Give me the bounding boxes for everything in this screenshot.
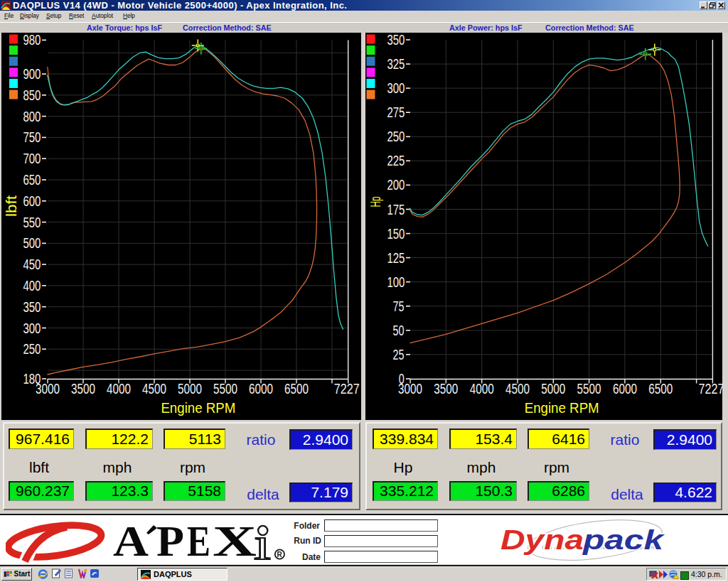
svg-text:X: X: [213, 519, 257, 564]
svg-text:R: R: [277, 551, 283, 559]
svg-text:A: A: [113, 519, 149, 564]
svg-text:Engine RPM: Engine RPM: [524, 399, 599, 416]
svg-text:900: 900: [23, 66, 41, 82]
svg-text:750: 750: [23, 129, 41, 145]
svg-text:700: 700: [23, 151, 41, 166]
svg-text:4000: 4000: [107, 381, 131, 397]
svg-text:650: 650: [23, 172, 41, 188]
svg-text:50: 50: [392, 323, 404, 338]
svg-text:Dyna: Dyna: [500, 524, 584, 555]
svg-text:350: 350: [387, 33, 405, 48]
svg-text:6500: 6500: [648, 381, 673, 397]
svg-text:500: 500: [23, 235, 41, 251]
svg-text:3500: 3500: [434, 381, 458, 397]
svg-text:5000: 5000: [178, 381, 202, 397]
svg-text:5000: 5000: [541, 381, 565, 397]
svg-text:5500: 5500: [577, 381, 601, 397]
svg-text:Engine RPM: Engine RPM: [161, 399, 235, 416]
svg-text:850: 850: [23, 87, 41, 103]
svg-text:Hp: Hp: [367, 197, 383, 208]
svg-text:100: 100: [387, 274, 405, 290]
svg-text:450: 450: [23, 257, 41, 272]
svg-text:75: 75: [392, 298, 404, 314]
svg-text:ı: ı: [254, 519, 271, 564]
svg-text:7227: 7227: [698, 381, 723, 397]
svg-text:lbft: lbft: [3, 195, 19, 217]
svg-text:325: 325: [387, 56, 405, 72]
svg-text:E: E: [187, 519, 210, 564]
svg-text:800: 800: [23, 109, 41, 124]
svg-text:P: P: [156, 519, 184, 564]
svg-text:300: 300: [387, 80, 405, 96]
svg-text:4500: 4500: [142, 381, 166, 397]
svg-text:300: 300: [23, 320, 41, 336]
svg-text:7227: 7227: [334, 381, 360, 397]
svg-text:6000: 6000: [249, 381, 273, 397]
svg-text:600: 600: [23, 193, 41, 209]
svg-text:6000: 6000: [612, 381, 636, 397]
svg-text:175: 175: [387, 202, 405, 217]
svg-text:3000: 3000: [398, 381, 422, 397]
svg-text:4000: 4000: [469, 381, 493, 397]
svg-text:200: 200: [387, 177, 405, 193]
svg-text:225: 225: [387, 153, 405, 168]
svg-text:980: 980: [23, 33, 41, 48]
svg-text:550: 550: [23, 215, 41, 230]
svg-text:250: 250: [23, 341, 41, 357]
svg-text:25: 25: [392, 347, 404, 362]
svg-text:125: 125: [387, 250, 405, 266]
svg-text:4500: 4500: [505, 381, 530, 397]
svg-text:400: 400: [23, 278, 41, 293]
svg-text:5500: 5500: [213, 381, 237, 397]
svg-text:350: 350: [23, 299, 41, 315]
svg-text:3000: 3000: [36, 381, 60, 397]
svg-text:150: 150: [387, 226, 405, 242]
svg-text:250: 250: [387, 129, 405, 144]
svg-text:6500: 6500: [284, 381, 309, 397]
svg-text:pack: pack: [582, 524, 666, 555]
svg-text:3500: 3500: [71, 381, 95, 397]
svg-text:275: 275: [387, 104, 405, 120]
